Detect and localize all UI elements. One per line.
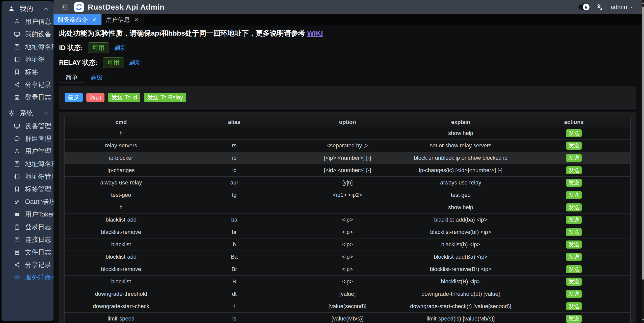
sidebar-item-label: 登录日志: [25, 93, 51, 102]
sidebar-item[interactable]: 服务端命令: [2, 271, 53, 284]
cell-cmd: blocklist-remove: [65, 263, 178, 276]
sidebar-item[interactable]: 分享记录: [2, 78, 53, 91]
cell-actions: 发送: [517, 226, 631, 238]
cell-actions: 发送: [517, 313, 631, 323]
sidebar-item[interactable]: 用户Token: [2, 208, 53, 221]
refresh-link[interactable]: 刷新: [129, 59, 141, 67]
chevron-up-icon: [43, 5, 49, 12]
chevron-up-icon: [43, 110, 49, 117]
mode-tab[interactable]: 简单: [59, 72, 84, 83]
send-button[interactable]: 发送: [566, 278, 582, 286]
send-button[interactable]: 发送: [566, 265, 582, 273]
close-icon[interactable]: [133, 16, 140, 23]
sidebar-item[interactable]: 用户管理: [2, 145, 53, 157]
sidebar-item[interactable]: 标签管理: [2, 183, 53, 195]
scrollbar-thumb[interactable]: [642, 7, 644, 280]
cell-cmd: blacklist: [65, 238, 178, 251]
send-button[interactable]: 发送: [566, 191, 582, 199]
cell-cmd: limit-speed: [65, 313, 178, 323]
cell-explain: set or show relay servers: [404, 140, 517, 152]
cell-cmd: h: [65, 201, 178, 214]
sidebar-item-label: 标签: [25, 68, 38, 76]
sidebar-item[interactable]: Oauth管理: [2, 195, 53, 208]
send-button[interactable]: 发送: [566, 129, 582, 137]
sidebar-item[interactable]: 登录日志: [2, 221, 53, 233]
sidebar-item[interactable]: 用户信息: [2, 15, 53, 28]
monitor-icon: [14, 123, 20, 129]
theme-toggle[interactable]: [578, 5, 589, 10]
chevron-down-icon: [630, 5, 633, 9]
refresh-link[interactable]: 刷新: [114, 44, 126, 52]
sidebar-item-label: 地址簿: [25, 55, 45, 64]
toolbar-button[interactable]: 发送 To Relay: [144, 93, 186, 102]
cell-actions: 发送: [517, 214, 631, 226]
send-button[interactable]: 发送: [566, 166, 582, 174]
toolbar-button[interactable]: 添加: [86, 93, 104, 102]
send-button[interactable]: 发送: [566, 203, 582, 211]
scrollbar-down-arrow[interactable]: [642, 319, 644, 321]
app-title: RustDesk Api Admin: [88, 3, 164, 11]
close-icon[interactable]: [91, 16, 97, 23]
status-rows: ID 状态: 可用 刷新 RELAY 状态: 可用 刷新: [59, 42, 636, 68]
send-button[interactable]: 发送: [566, 179, 582, 187]
command-table-card: cmdaliasoptionexplainactions h show help…: [59, 112, 636, 323]
moon-icon: [584, 5, 588, 9]
cell-explain: show help: [404, 127, 517, 140]
send-button[interactable]: 发送: [566, 302, 582, 310]
scrollbar-up-arrow[interactable]: [642, 2, 644, 4]
wiki-link[interactable]: WIKI: [307, 29, 323, 37]
cell-cmd: blacklist-add: [65, 214, 178, 226]
cell-actions: 发送: [517, 263, 631, 276]
cell-option: <ip>: [291, 263, 404, 276]
send-button[interactable]: 发送: [566, 253, 582, 261]
page-scrollbar[interactable]: [642, 0, 644, 323]
sidebar-item[interactable]: 群组管理: [2, 132, 53, 145]
sidebar-item[interactable]: 文件日志: [2, 246, 53, 258]
command-table: cmdaliasoptionexplainactions h show help…: [64, 117, 631, 323]
sidebar-item[interactable]: 我的设备: [2, 28, 53, 40]
cell-cmd: relay-servers: [65, 140, 178, 152]
cell-alias: b: [178, 238, 291, 251]
cell-alias: B: [178, 276, 291, 288]
translate-icon[interactable]: 文A: [596, 3, 604, 11]
send-button[interactable]: 发送: [566, 142, 582, 150]
mode-tabs: 简单 高级: [59, 72, 109, 83]
sidebar-section-header[interactable]: 系统: [2, 106, 53, 120]
cell-alias: ib: [178, 152, 291, 164]
send-button[interactable]: 发送: [566, 216, 582, 224]
send-button[interactable]: 发送: [566, 315, 582, 323]
sidebar-item[interactable]: 登录日志: [2, 91, 53, 103]
sidebar-section-header[interactable]: 我的: [2, 2, 53, 15]
monitor-icon: [14, 31, 20, 38]
gear-icon: [8, 110, 15, 117]
cell-alias: br: [178, 226, 291, 238]
sidebar-item[interactable]: 地址簿管理: [2, 170, 53, 183]
open-tab[interactable]: 用户信息: [102, 14, 144, 25]
mode-tab[interactable]: 高级: [84, 72, 109, 83]
sidebar-item[interactable]: 地址簿: [2, 53, 53, 66]
send-button[interactable]: 发送: [566, 290, 582, 298]
open-tab-label: 用户信息: [106, 16, 130, 24]
toolbar-button[interactable]: 筛选: [65, 93, 83, 102]
sidebar-item[interactable]: 设备管理: [2, 120, 53, 132]
theme-toggle-knob: [583, 4, 589, 10]
sidebar-item-label: 标签管理: [25, 185, 51, 194]
sidebar-item[interactable]: 分享记录: [2, 258, 53, 271]
cell-explain: blacklist(b) <ip>: [404, 238, 517, 251]
toolbar-button[interactable]: 发送 To Id: [108, 93, 140, 102]
sidebar-item[interactable]: 连接日志: [2, 233, 53, 246]
open-tab[interactable]: 服务端命令: [53, 14, 102, 25]
cell-option: [value(second)]: [291, 300, 404, 313]
status-label: RELAY 状态:: [59, 58, 98, 67]
send-button[interactable]: 发送: [566, 240, 582, 249]
sidebar: 我的 用户信息 我的设备: [2, 1, 53, 321]
sidebar-item[interactable]: 地址簿名称: [2, 40, 53, 53]
collapse-menu-icon[interactable]: [61, 3, 69, 11]
table-header-row: cmdaliasoptionexplainactions: [65, 117, 631, 127]
send-button[interactable]: 发送: [566, 228, 582, 236]
user-menu[interactable]: admin: [611, 4, 633, 11]
sidebar-item[interactable]: 地址簿名称: [2, 157, 53, 170]
cell-actions: 发送: [517, 164, 631, 177]
sidebar-item[interactable]: 标签: [2, 66, 53, 78]
send-button[interactable]: 发送: [566, 154, 582, 162]
